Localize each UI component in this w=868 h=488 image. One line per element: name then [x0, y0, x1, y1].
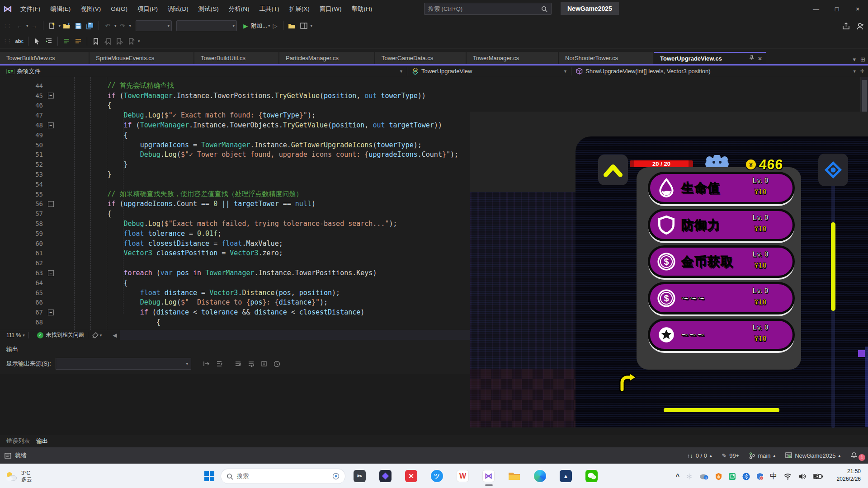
document-tab[interactable]: TowerBuildUtil.cs — [194, 52, 278, 64]
upgrade-button[interactable]: $~~~Lv. 0¥10 — [648, 282, 795, 314]
taskbar-app-dev-tool[interactable] — [379, 470, 392, 482]
fold-marker[interactable]: − — [43, 310, 58, 315]
upgrade-button[interactable]: $金币获取Lv. 0¥10 — [648, 245, 795, 278]
clear-bookmarks-icon[interactable] — [126, 35, 137, 47]
menu-item[interactable]: 文件(F) — [15, 0, 45, 18]
autoscroll-icon[interactable] — [261, 361, 267, 367]
tray-chevron-up-icon[interactable]: ^ — [676, 473, 679, 480]
upgrade-button[interactable]: 防御力Lv. 0¥10 — [648, 209, 795, 241]
fold-marker[interactable]: − — [43, 93, 58, 99]
taskbar-app-edge-browser[interactable] — [534, 470, 546, 482]
save-button[interactable] — [73, 20, 84, 32]
navigate-cursor-icon[interactable] — [32, 35, 42, 47]
indent-icon[interactable] — [43, 35, 54, 47]
tray-ime-zh-icon[interactable]: 中 — [770, 472, 777, 481]
comment-lines-icon[interactable] — [61, 35, 72, 47]
document-tab[interactable]: TowerBuildView.cs — [0, 52, 89, 64]
pin-icon[interactable] — [750, 55, 754, 62]
taskbar-app-screenshot-tool[interactable]: ✂ — [354, 470, 366, 482]
code-cleanup-icon[interactable] — [92, 332, 99, 338]
menu-item[interactable]: 调试(D) — [163, 0, 193, 18]
fold-marker[interactable]: − — [43, 122, 58, 128]
next-bookmark-icon[interactable] — [114, 35, 125, 47]
navigate-back-button[interactable]: ← — [14, 20, 25, 32]
share-icon[interactable] — [842, 22, 850, 30]
git-branch[interactable]: main▴ — [749, 452, 775, 459]
new-file-button[interactable] — [47, 20, 57, 32]
document-tab[interactable]: TowerGameData.cs — [375, 52, 466, 64]
git-repo[interactable]: NewGame2025▴ — [785, 452, 840, 459]
start-button[interactable] — [204, 471, 214, 481]
tray-cloud-icon[interactable]: i — [699, 473, 709, 480]
menu-item[interactable]: 工具(T) — [255, 0, 284, 18]
split-editor-icon[interactable]: ✛ — [860, 68, 864, 74]
scroll-left-arrow[interactable]: ◀ — [113, 332, 117, 338]
save-all-button[interactable] — [85, 20, 95, 32]
tray-security-orange-icon[interactable] — [715, 473, 722, 480]
solution-explorer-sync-icon[interactable] — [287, 20, 297, 32]
type-dropdown[interactable]: TowerUpgradeView ▼ — [407, 66, 571, 77]
menu-item[interactable]: 扩展(X) — [284, 0, 315, 18]
taskbar-app-blue-messenger[interactable]: ツ — [431, 470, 443, 482]
upgrade-button[interactable]: 生命值Lv. 0¥10 — [648, 172, 795, 204]
target-scan-button[interactable] — [818, 154, 848, 186]
background-tasks-icon[interactable] — [5, 453, 11, 459]
taskbar-app-red-x-app[interactable]: ✕ — [405, 470, 417, 482]
taskbar-app-file-explorer[interactable] — [508, 470, 520, 482]
new-tab-icon[interactable]: ⊞ — [860, 56, 865, 63]
tray-wifi-icon[interactable] — [783, 473, 792, 480]
tray-defender-icon[interactable] — [756, 473, 764, 480]
document-tab[interactable]: TowerManager.cs — [467, 52, 558, 64]
taskbar-app-visual-studio[interactable]: ⋈ — [482, 470, 495, 482]
document-tab[interactable]: ParticlesManager.cs — [279, 52, 374, 64]
uncomment-lines-icon[interactable] — [73, 35, 84, 47]
menu-item[interactable]: 项目(P) — [132, 0, 163, 18]
taskbar-search-box[interactable]: 搜索 — [221, 469, 345, 484]
document-tab[interactable]: NorShooterTower.cs — [559, 52, 653, 64]
attach-debugger-button[interactable]: ▶ 附加... ▾ — [243, 22, 270, 30]
spell-check-icon[interactable]: abc — [14, 35, 25, 47]
upgrade-button[interactable]: ~~~Lv. 0¥10 — [648, 319, 795, 351]
weather-widget[interactable]: 3°C 多云 — [5, 470, 32, 483]
start-without-debugging-icon[interactable]: ▷ — [273, 23, 278, 29]
menu-item[interactable]: 窗口(W) — [315, 0, 347, 18]
open-folder-button[interactable] — [61, 20, 72, 32]
pending-changes[interactable]: ✎ 99+ — [722, 452, 739, 459]
document-tab[interactable]: SpriteMouseEvents.cs — [90, 52, 193, 64]
tray-bluetooth-icon[interactable] — [742, 473, 750, 480]
maximize-button[interactable]: □ — [826, 0, 847, 18]
tab-output[interactable]: 输出 — [36, 437, 48, 445]
undo-button[interactable]: ↶ — [102, 20, 113, 32]
document-tab[interactable]: TowerUpgradeView.cs✕ — [654, 52, 766, 64]
member-dropdown[interactable]: ShowUpgradeView(int[] levels, Vector3 po… — [571, 66, 868, 77]
collapse-panel-button[interactable] — [598, 155, 628, 185]
minimize-button[interactable]: — — [806, 0, 826, 18]
clear-all-icon[interactable] — [235, 361, 241, 367]
close-tab-icon[interactable]: ✕ — [758, 56, 762, 62]
menu-item[interactable]: 视图(V) — [75, 0, 106, 18]
quick-search-box[interactable]: 搜索 (Ctrl+Q) — [424, 3, 552, 15]
code-line[interactable]: 45− if (TowerManager.Instance.TowerPosit… — [0, 91, 854, 101]
window-layout-icon[interactable] — [298, 20, 309, 32]
goto-previous-message-icon[interactable] — [216, 361, 223, 367]
tray-battery-icon[interactable] — [813, 474, 823, 479]
project-dropdown[interactable]: C# 杂项文件 ▼ — [0, 66, 407, 77]
configuration-dropdown[interactable]: ▾ — [136, 20, 172, 31]
tray-volume-icon[interactable] — [798, 473, 807, 480]
word-wrap-icon[interactable] — [248, 361, 255, 367]
previous-bookmark-icon[interactable] — [102, 35, 113, 47]
taskbar-app-wps-office[interactable]: W — [457, 470, 469, 482]
taskbar-app-wechat[interactable] — [585, 470, 598, 482]
tab-overflow-icon[interactable]: ▾ — [853, 56, 856, 63]
goto-message-icon[interactable] — [203, 361, 210, 367]
platform-dropdown[interactable]: ▾ — [176, 20, 237, 31]
tray-cast-green-icon[interactable] — [728, 473, 736, 480]
tray-snowflake-icon[interactable] — [686, 473, 693, 480]
navigate-forward-button[interactable]: → — [29, 20, 40, 32]
close-button[interactable]: × — [847, 0, 868, 18]
toggle-bookmark-icon[interactable] — [90, 35, 101, 47]
account-icon[interactable] — [856, 22, 864, 30]
scrollbar-thumb[interactable] — [862, 80, 867, 112]
menu-item[interactable]: 编辑(E) — [45, 0, 75, 18]
menu-item[interactable]: 帮助(H) — [346, 0, 377, 18]
